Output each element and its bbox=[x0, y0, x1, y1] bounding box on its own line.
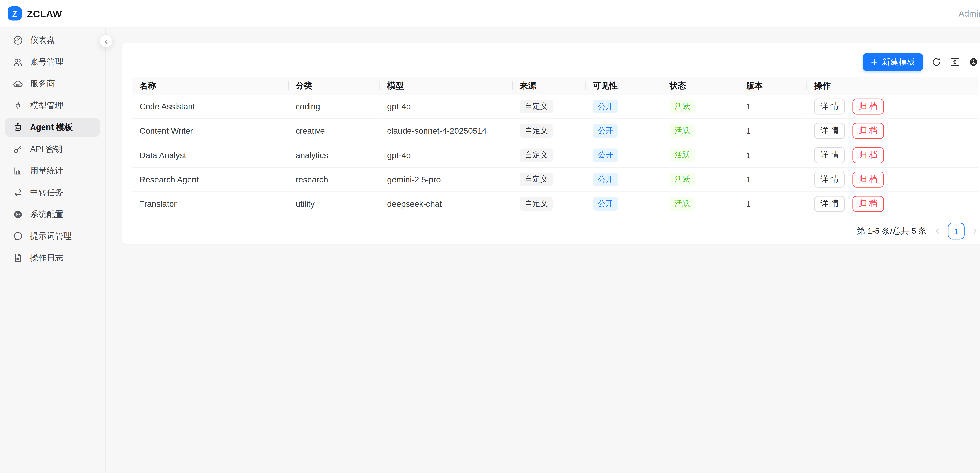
sidebar-item-label: 账号管理 bbox=[30, 56, 63, 68]
pagination: 第 1-5 条/总共 5 条 1 bbox=[132, 223, 978, 239]
cell-name: Data Analyst bbox=[132, 143, 288, 167]
archive-button[interactable]: 归 档 bbox=[853, 99, 884, 115]
sidebar-item-label: 系统配置 bbox=[30, 209, 63, 220]
sidebar-item-label: 操作日志 bbox=[30, 252, 63, 264]
brand-name: ZCLAW bbox=[27, 8, 62, 19]
table-header: 名称 分类 模型 来源 可见性 状态 版本 操作 bbox=[132, 77, 978, 95]
cell-model: gpt-4o bbox=[379, 95, 512, 119]
column-header-name: 名称 bbox=[132, 77, 288, 95]
pagination-next-button[interactable] bbox=[972, 228, 978, 235]
source-tag: 自定义 bbox=[520, 173, 553, 186]
pagination-summary: 第 1-5 条/总共 5 条 bbox=[857, 225, 927, 237]
plug-icon bbox=[13, 100, 23, 111]
chevron-right-icon bbox=[972, 228, 978, 235]
status-tag: 活跃 bbox=[670, 173, 695, 186]
sidebar-item-providers[interactable]: 服务商 bbox=[5, 74, 100, 94]
sidebar-item-system-config[interactable]: 系统配置 bbox=[5, 205, 100, 224]
main-content: 新建模板 bbox=[106, 27, 980, 472]
column-header-category: 分类 bbox=[288, 77, 379, 95]
visibility-tag: 公开 bbox=[593, 197, 618, 211]
table-row: Research Agent research gemini-2.5-pro 自… bbox=[132, 168, 978, 192]
bar-chart-icon bbox=[13, 166, 23, 176]
cell-category: creative bbox=[288, 119, 379, 143]
source-tag: 自定义 bbox=[520, 197, 553, 211]
sidebar-item-accounts[interactable]: 账号管理 bbox=[5, 53, 100, 72]
sidebar-item-label: 仪表盘 bbox=[30, 35, 55, 46]
status-tag: 活跃 bbox=[670, 124, 695, 138]
users-icon bbox=[13, 57, 23, 67]
chevron-left-icon bbox=[103, 38, 109, 45]
status-tag: 活跃 bbox=[670, 197, 695, 211]
cell-version: 1 bbox=[738, 143, 807, 167]
archive-button[interactable]: 归 档 bbox=[853, 172, 884, 188]
archive-button[interactable]: 归 档 bbox=[853, 147, 884, 163]
visibility-tag: 公开 bbox=[593, 173, 618, 186]
table-row: Content Writer creative claude-sonnet-4-… bbox=[132, 119, 978, 143]
sidebar-item-label: 中转任务 bbox=[30, 187, 63, 198]
sidebar-item-label: 模型管理 bbox=[30, 100, 63, 111]
agent-template-table-card: 新建模板 bbox=[121, 43, 980, 244]
table-row: Code Assistant coding gpt-4o 自定义 公开 活跃 1… bbox=[132, 95, 978, 119]
brand-logo-letter: Z bbox=[12, 9, 17, 18]
sidebar-item-label: 提示词管理 bbox=[30, 231, 72, 242]
sidebar-item-relay-tasks[interactable]: 中转任务 bbox=[5, 183, 100, 202]
sidebar-item-api-keys[interactable]: API 密钥 bbox=[5, 140, 100, 159]
comment-icon bbox=[13, 231, 23, 241]
pagination-page-1[interactable]: 1 bbox=[948, 223, 964, 239]
sidebar-item-label: Agent 模板 bbox=[30, 121, 73, 133]
main-layout: 仪表盘 账号管理 服务商 模型管理 Agent 模板 API 密钥 bbox=[0, 27, 980, 472]
detail-button[interactable]: 详 情 bbox=[814, 123, 845, 139]
cell-version: 1 bbox=[738, 95, 807, 119]
reload-button[interactable] bbox=[931, 57, 942, 67]
column-header-version: 版本 bbox=[738, 77, 807, 95]
visibility-tag: 公开 bbox=[593, 124, 618, 138]
cell-model: gemini-2.5-pro bbox=[379, 168, 512, 192]
column-settings-button[interactable] bbox=[968, 57, 978, 67]
dashboard-gauge-icon bbox=[13, 35, 23, 46]
archive-button[interactable]: 归 档 bbox=[853, 196, 884, 212]
cell-version: 1 bbox=[738, 192, 807, 217]
status-tag: 活跃 bbox=[670, 148, 695, 162]
new-template-button[interactable]: 新建模板 bbox=[863, 53, 923, 71]
detail-button[interactable]: 详 情 bbox=[814, 147, 845, 163]
sidebar-item-dashboard[interactable]: 仪表盘 bbox=[5, 31, 100, 50]
archive-button[interactable]: 归 档 bbox=[853, 123, 884, 139]
detail-button[interactable]: 详 情 bbox=[814, 99, 845, 115]
pagination-prev-button[interactable] bbox=[934, 228, 941, 235]
sidebar-item-prompts[interactable]: 提示词管理 bbox=[5, 226, 100, 246]
sidebar-collapse-button[interactable] bbox=[100, 35, 112, 48]
cell-name: Code Assistant bbox=[132, 95, 288, 119]
density-button[interactable] bbox=[950, 57, 960, 67]
sidebar-nav: 仪表盘 账号管理 服务商 模型管理 Agent 模板 API 密钥 bbox=[0, 27, 106, 472]
cell-version: 1 bbox=[738, 119, 807, 143]
detail-button[interactable]: 详 情 bbox=[814, 172, 845, 188]
cell-category: utility bbox=[288, 192, 379, 217]
sidebar-item-label: 用量统计 bbox=[30, 165, 63, 177]
plus-icon bbox=[870, 58, 878, 66]
column-header-status: 状态 bbox=[662, 77, 738, 95]
brand-logo: Z bbox=[8, 6, 22, 21]
sidebar-item-label: 服务商 bbox=[30, 78, 55, 89]
agent-template-table: 名称 分类 模型 来源 可见性 状态 版本 操作 Code Assistant bbox=[132, 77, 978, 217]
robot-icon bbox=[13, 122, 23, 132]
source-tag: 自定义 bbox=[520, 148, 553, 162]
cell-model: claude-sonnet-4-20250514 bbox=[379, 119, 512, 143]
table-toolbar: 新建模板 bbox=[132, 53, 978, 71]
cell-category: analytics bbox=[288, 143, 379, 167]
cell-name: Content Writer bbox=[132, 119, 288, 143]
table-row: Translator utility deepseek-chat 自定义 公开 … bbox=[132, 192, 978, 217]
sidebar-item-usage-stats[interactable]: 用量统计 bbox=[5, 161, 100, 180]
sidebar-item-agent-templates[interactable]: Agent 模板 bbox=[5, 118, 100, 137]
cell-version: 1 bbox=[738, 168, 807, 192]
detail-button[interactable]: 详 情 bbox=[814, 196, 845, 212]
sidebar-item-models[interactable]: 模型管理 bbox=[5, 96, 100, 115]
new-template-label: 新建模板 bbox=[882, 56, 915, 68]
gear-icon bbox=[13, 209, 23, 220]
table-row: Data Analyst analytics gpt-4o 自定义 公开 活跃 … bbox=[132, 143, 978, 167]
admin-user-menu[interactable]: Admin bbox=[959, 9, 980, 18]
sidebar-item-operation-logs[interactable]: 操作日志 bbox=[5, 248, 100, 268]
cloud-server-icon bbox=[13, 79, 23, 89]
swap-arrows-icon bbox=[13, 188, 23, 198]
cell-name: Research Agent bbox=[132, 168, 288, 192]
app-root: Z ZCLAW Admin 仪表盘 账号管理 服务商 模型管理 bbox=[0, 0, 980, 473]
